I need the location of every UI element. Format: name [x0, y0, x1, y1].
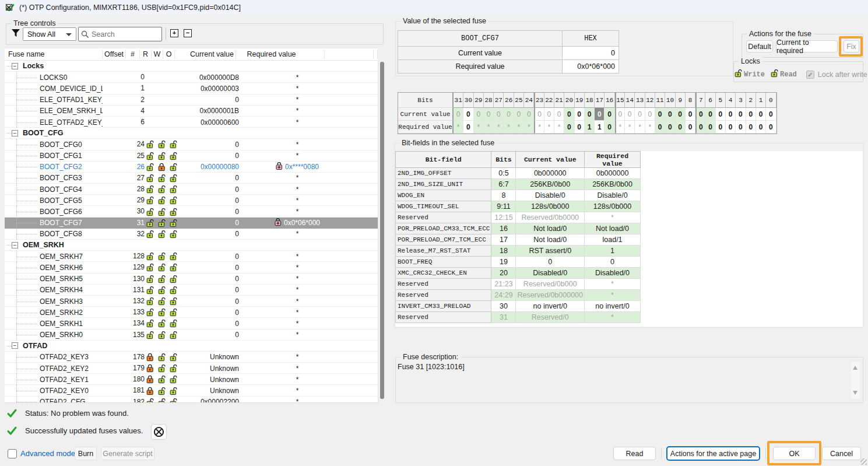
tree-row[interactable]: BOOT_CFG1250*: [5, 150, 378, 162]
lock-after-write-checkbox[interactable]: ✓: [806, 71, 814, 79]
lock-icon-w[interactable]: [156, 196, 168, 205]
search-box[interactable]: [78, 27, 162, 41]
bitfield-required-value[interactable]: Disabled/0: [585, 268, 641, 279]
required-value-cell[interactable]: *: [241, 387, 329, 395]
tree-row[interactable]: BOOT_CFG6300*: [5, 206, 378, 217]
bit-cell[interactable]: 1: [595, 121, 605, 134]
bitfield-row[interactable]: 2ND_IMG_SIZE_UNIT6:7256KB/0b00256KB/0b00: [396, 179, 641, 190]
description-scrollbar[interactable]: [851, 362, 860, 399]
lock-icon-w[interactable]: [156, 174, 168, 183]
tree-row[interactable]: OTFAD2_KEY0181Unknown*: [5, 385, 378, 396]
bit-cell[interactable]: 0: [676, 121, 686, 134]
lock-icon-r[interactable]: [145, 140, 156, 149]
required-value-cell[interactable]: *: [241, 185, 329, 194]
bit-cell[interactable]: 0: [686, 121, 695, 134]
bit-cell[interactable]: 0: [605, 121, 614, 134]
lock-icon-o[interactable]: [168, 252, 180, 261]
tree-row[interactable]: OEM_SRKH41310*: [5, 285, 378, 296]
default-button[interactable]: Default: [746, 40, 773, 52]
bit-cell[interactable]: 0: [564, 121, 574, 134]
lock-icon-o[interactable]: [168, 185, 180, 194]
lock-icon-o[interactable]: [168, 230, 180, 239]
lock-icon-o[interactable]: [168, 364, 180, 373]
lock-icon-o[interactable]: [168, 174, 180, 183]
bit-cell[interactable]: *: [514, 121, 524, 134]
bit-cell[interactable]: 0: [766, 121, 776, 134]
bit-cell[interactable]: 0: [746, 121, 756, 134]
search-input[interactable]: [92, 30, 150, 38]
read-lock-icon[interactable]: [771, 69, 779, 80]
bitfield-required-value[interactable]: no invert/0: [585, 301, 641, 312]
required-value-cell[interactable]: *: [241, 152, 329, 160]
bit-cell[interactable]: *: [504, 121, 514, 134]
required-value-cell[interactable]: *: [241, 353, 329, 361]
bit-cell[interactable]: 0: [463, 121, 473, 134]
burn-button[interactable]: Burn: [75, 447, 97, 460]
tree-row[interactable]: BOOT_CFG73100x0*06*000: [5, 218, 378, 229]
bit-cell[interactable]: 0: [756, 121, 766, 134]
bit-cell[interactable]: *: [534, 121, 544, 134]
collapse-expander-icon[interactable]: −: [12, 342, 18, 349]
required-value-cell[interactable]: 0x0*06*000: [563, 60, 619, 73]
lock-icon-o[interactable]: [168, 275, 180, 283]
lock-icon-o[interactable]: [168, 331, 180, 339]
lock-icon-o[interactable]: [168, 319, 180, 328]
required-value-cell[interactable]: *: [241, 376, 329, 384]
bitfield-row[interactable]: POR_PRELOAD_CM7_TCM_ECC17Not load/0load/…: [396, 234, 641, 246]
bitfield-row[interactable]: Reserved31Reserved/0*: [396, 312, 641, 323]
lock-icon-w[interactable]: [156, 286, 168, 295]
tree-row[interactable]: OEM_SRKH51300*: [5, 274, 378, 285]
current-to-required-button[interactable]: Current to required: [776, 40, 838, 52]
required-value-cell[interactable]: *: [241, 297, 329, 306]
tree-row[interactable]: OEM_SRKH21330*: [5, 307, 378, 318]
bit-cell[interactable]: 0: [695, 121, 705, 134]
lock-icon-o[interactable]: [168, 398, 180, 403]
lock-icon-o[interactable]: [168, 375, 180, 384]
required-value-cell[interactable]: *: [241, 320, 329, 328]
bit-cell[interactable]: *: [635, 121, 645, 134]
lock-icon-r[interactable]: [145, 275, 156, 283]
lock-icon-o[interactable]: [168, 152, 180, 160]
lock-icon-o[interactable]: [168, 219, 180, 227]
tree-group-row[interactable]: −Locks: [5, 61, 378, 72]
bit-cell[interactable]: *: [645, 121, 655, 134]
required-value-cell[interactable]: *: [241, 365, 329, 373]
tree-row[interactable]: BOOT_CFG2260x000000800x****0080: [5, 162, 378, 173]
required-value-cell[interactable]: *: [241, 107, 329, 115]
lock-icon-o[interactable]: [168, 286, 180, 295]
bitfield-row[interactable]: XMC_CRC32_CHECK_EN20Disabled/0Disabled/0: [396, 268, 641, 279]
scroll-up-icon[interactable]: [853, 366, 858, 370]
ok-button[interactable]: OK: [773, 447, 816, 460]
required-value-cell[interactable]: 0x0*06*000: [241, 218, 329, 228]
tree-row[interactable]: BOOT_CFG4280*: [5, 184, 378, 195]
bit-cell[interactable]: *: [554, 121, 564, 134]
required-value-cell[interactable]: *: [241, 174, 329, 182]
bit-cell[interactable]: *: [615, 121, 625, 134]
bit-cell[interactable]: *: [474, 121, 484, 134]
lock-icon-r[interactable]: [145, 174, 156, 183]
bitfield-required-value[interactable]: Disable/0: [585, 190, 641, 201]
tree-row[interactable]: LOCKS000x000000D8*: [5, 72, 378, 83]
tree-row[interactable]: OTFAD2_KEY3178Unknown*: [5, 352, 378, 363]
read-button[interactable]: Read: [613, 447, 656, 460]
lock-icon-o[interactable]: [168, 208, 180, 216]
lock-icon-r[interactable]: [145, 230, 156, 239]
lock-icon-w[interactable]: [156, 308, 168, 317]
tree-scrollbar-thumb[interactable]: [380, 62, 384, 399]
tree-row[interactable]: OEM_SRKH01350*: [5, 330, 378, 341]
required-value-cell[interactable]: *: [241, 230, 329, 238]
lock-icon-o[interactable]: [168, 140, 180, 149]
tree-row[interactable]: OEM_SRKH61290*: [5, 262, 378, 273]
bitfield-row[interactable]: INVERT_CM33_PRELOAD30no invert/0no inver…: [396, 301, 641, 312]
lock-icon-w[interactable]: [156, 364, 168, 373]
lock-icon-r[interactable]: [145, 331, 156, 339]
advanced-mode-label[interactable]: Advanced mode: [20, 449, 75, 458]
tree-group-row[interactable]: −OEM_SRKH: [5, 240, 378, 251]
collapse-expander-icon[interactable]: −: [12, 63, 18, 69]
lock-icon-r[interactable]: [145, 185, 156, 194]
required-value-cell[interactable]: *: [241, 309, 329, 317]
tree-row[interactable]: OTFAD2_KEY1180Unknown*: [5, 374, 378, 385]
bitfield-required-value[interactable]: *: [585, 290, 641, 301]
required-value-cell[interactable]: *: [241, 141, 329, 149]
bitfield-row[interactable]: WDOG_TIMEOUT_SEL9:11128s/0b000128s/0b000: [396, 201, 641, 212]
